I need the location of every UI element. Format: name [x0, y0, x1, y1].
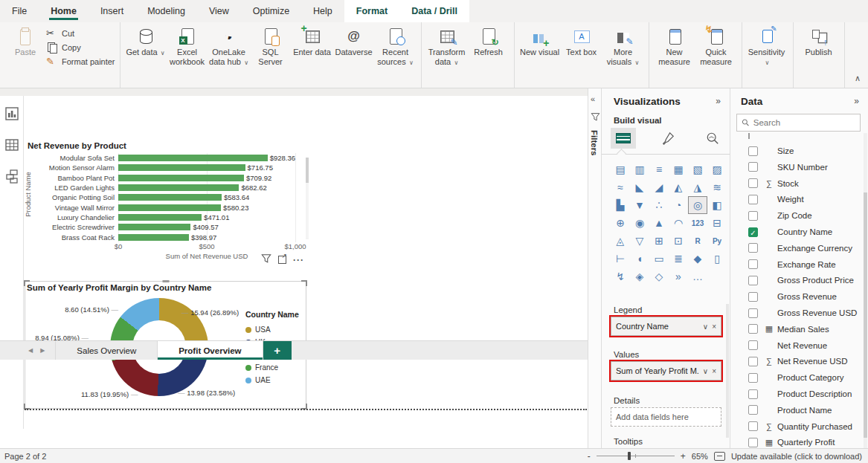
- stacked-area-chart-icon[interactable]: ◢: [649, 178, 669, 196]
- checkbox[interactable]: [748, 146, 758, 156]
- r-script-visual-icon[interactable]: R: [688, 232, 707, 250]
- filters-funnel-icon[interactable]: [591, 112, 600, 124]
- decomposition-tree-icon[interactable]: ⊢: [611, 250, 630, 268]
- zoom-slider[interactable]: [597, 456, 675, 456]
- azure-map-icon[interactable]: ▲: [649, 214, 669, 232]
- checkbox[interactable]: [748, 178, 758, 188]
- bar[interactable]: [118, 234, 189, 241]
- field-row-gross-revenue[interactable]: Gross Revenue: [730, 288, 868, 305]
- checkbox[interactable]: [748, 340, 758, 350]
- bar[interactable]: [118, 155, 268, 161]
- slicer-icon[interactable]: ▽: [630, 232, 649, 250]
- excel-workbook-button[interactable]: Excel workbook: [167, 25, 208, 68]
- line-clustered-column-chart-icon[interactable]: ◮: [688, 178, 707, 196]
- treemap-icon[interactable]: ◧: [707, 196, 727, 214]
- format-visual-tab[interactable]: [655, 128, 681, 149]
- remove-field-icon[interactable]: ×: [712, 323, 716, 331]
- onelake-data-hub-button[interactable]: OneLake data hub ∨: [208, 25, 250, 68]
- bar[interactable]: [118, 184, 239, 191]
- page-tab-profit-overview[interactable]: Profit Overview: [158, 341, 263, 360]
- sensitivity-button[interactable]: Sensitivity ∨: [747, 25, 788, 68]
- new-page-button[interactable]: +: [263, 341, 292, 360]
- filled-map-icon[interactable]: ◉: [630, 214, 649, 232]
- ribbon-tab-modeling[interactable]: Modeling: [135, 0, 197, 22]
- kpi-icon[interactable]: ◬: [611, 232, 630, 250]
- stacked-bar-chart-icon[interactable]: ▤: [611, 161, 630, 178]
- arcgis-map-icon[interactable]: ◈: [630, 268, 649, 285]
- previous-page-icon[interactable]: ◀: [28, 347, 33, 354]
- details-field-well[interactable]: Add data fields here: [611, 407, 721, 427]
- table-view-icon[interactable]: [4, 137, 19, 152]
- transform-data-button[interactable]: Transform data ∨: [426, 25, 468, 68]
- checkbox[interactable]: [748, 373, 758, 383]
- ribbon-tab-optimize[interactable]: Optimize: [241, 0, 301, 22]
- new-measure-button[interactable]: New measure: [654, 25, 695, 68]
- checkbox[interactable]: [748, 162, 758, 172]
- field-row-net-revenue-usd[interactable]: ∑Net Revenue USD: [730, 353, 868, 369]
- recent-sources-button[interactable]: Recent sources ∨: [375, 25, 417, 68]
- field-row-country-name[interactable]: Country Name: [730, 224, 868, 240]
- checkbox[interactable]: [748, 308, 758, 318]
- page-tab-sales-overview[interactable]: Sales Overview: [56, 341, 158, 360]
- waterfall-chart-icon[interactable]: ▙: [611, 196, 630, 214]
- clustered-column-chart-icon[interactable]: ▦: [669, 161, 688, 178]
- expand-filters-icon[interactable]: «: [591, 94, 595, 103]
- visualizations-scrollbar[interactable]: [726, 304, 729, 438]
- scorecard-icon[interactable]: ↯: [611, 268, 630, 285]
- collapse-visualizations-icon[interactable]: »: [716, 96, 721, 106]
- enter-data-button[interactable]: Enter data: [292, 25, 333, 59]
- bar[interactable]: [118, 204, 221, 211]
- checkbox[interactable]: [748, 389, 758, 399]
- zoom-out-button[interactable]: -: [588, 451, 591, 462]
- model-view-icon[interactable]: [4, 169, 19, 184]
- collapse-ribbon-icon[interactable]: ∧: [855, 74, 861, 83]
- field-row-quantity-purchased[interactable]: ∑Quantity Purchased: [730, 418, 868, 435]
- checkbox[interactable]: [748, 211, 758, 221]
- paste-button[interactable]: Paste: [4, 25, 46, 59]
- new-visual-button[interactable]: New visual: [519, 25, 561, 59]
- donut-chart-icon[interactable]: ◎: [688, 196, 707, 214]
- bar-chart-scrollbar[interactable]: [306, 158, 309, 239]
- field-row-exchange-rate[interactable]: Exchange Rate: [730, 256, 868, 273]
- next-page-icon[interactable]: ▶: [40, 347, 45, 354]
- bar[interactable]: [118, 224, 190, 230]
- ribbon-tab-home[interactable]: Home: [39, 0, 89, 22]
- resize-handle[interactable]: [24, 280, 30, 286]
- collapse-data-pane-icon[interactable]: »: [854, 96, 859, 106]
- checkbox[interactable]: [748, 276, 758, 285]
- qa-visual-icon[interactable]: ▭: [649, 250, 669, 268]
- map-icon[interactable]: ⊕: [611, 214, 630, 232]
- update-available-link[interactable]: Update available (click to download): [731, 452, 862, 461]
- bar[interactable]: [118, 164, 245, 171]
- sql-server-button[interactable]: SQL Server: [250, 25, 292, 68]
- legend-field-well[interactable]: Country Name ∨ ×: [611, 317, 721, 336]
- bar[interactable]: [118, 214, 202, 221]
- zoom-slider-thumb[interactable]: [628, 452, 631, 460]
- analytics-tab[interactable]: [700, 128, 725, 149]
- field-row-net-revenue[interactable]: Net Revenue: [730, 337, 868, 354]
- bar-chart-visual[interactable]: Net Revenue by Product Product Name Modu…: [26, 140, 309, 268]
- field-row-quarterly-profit[interactable]: ▦Quarterly Profit: [730, 434, 868, 448]
- remove-field-icon[interactable]: ×: [712, 367, 716, 375]
- ribbon-tab-insert[interactable]: Insert: [89, 0, 135, 22]
- python-visual-icon[interactable]: Py: [707, 232, 727, 250]
- power-apps-visual-icon[interactable]: ◇: [649, 268, 669, 285]
- refresh-button[interactable]: Refresh: [468, 25, 509, 59]
- table-icon[interactable]: ⊞: [649, 232, 669, 250]
- dataverse-button[interactable]: Dataverse: [333, 25, 375, 59]
- report-canvas[interactable]: Net Revenue by Product Product Name Modu…: [24, 96, 588, 429]
- bar[interactable]: [118, 194, 222, 201]
- field-row-product-description[interactable]: Product Description: [730, 386, 868, 402]
- publish-button[interactable]: Publish: [798, 25, 840, 59]
- scatter-chart-icon[interactable]: ∴: [649, 196, 669, 214]
- matrix-icon[interactable]: ⊡: [669, 232, 688, 250]
- quick-measure-button[interactable]: Quick measure: [695, 25, 737, 68]
- line-chart-icon[interactable]: ≈: [611, 178, 630, 196]
- checkbox[interactable]: [748, 438, 758, 447]
- text-box-button[interactable]: Text box: [561, 25, 602, 59]
- stacked-column-chart-icon[interactable]: ▥: [630, 161, 649, 178]
- metrics-icon[interactable]: ◆: [688, 250, 707, 268]
- field-row-size[interactable]: Size: [730, 143, 868, 159]
- checked-checkbox[interactable]: [748, 227, 758, 237]
- field-row-weight[interactable]: Weight: [730, 191, 868, 207]
